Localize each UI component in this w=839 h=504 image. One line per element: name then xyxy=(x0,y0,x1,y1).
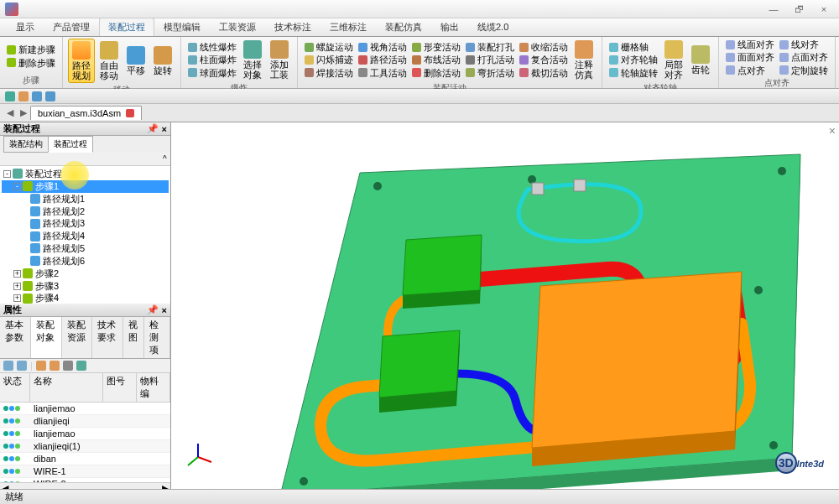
gridaxis-button[interactable]: 栅格轴 xyxy=(607,41,659,53)
doc-scroll-right-icon[interactable]: ▶ xyxy=(17,107,30,118)
ptab-view[interactable]: 视图 xyxy=(123,317,144,358)
delete-step-button[interactable]: 删除步骤 xyxy=(5,57,57,69)
props-tabs: 基本参数 装配对象 装配资源 技术要求 视图 检测项 xyxy=(0,317,170,359)
tree-step[interactable]: +步骤3 xyxy=(2,280,169,293)
flash-button[interactable]: 闪烁捕迹 xyxy=(303,54,355,65)
local-align-button[interactable]: 局部对齐 xyxy=(661,39,686,81)
props-grid[interactable]: 状态 名称 图号 物料编 lianjiemaodlianjieqilianjie… xyxy=(0,373,170,482)
faceface2-button[interactable]: 面面对齐 xyxy=(724,51,776,63)
panel-hscroll[interactable]: ◀▶ xyxy=(0,482,170,489)
bend-button[interactable]: 弯折活动 xyxy=(464,67,516,79)
shrink-button[interactable]: 收缩活动 xyxy=(518,41,570,53)
select-obj-button[interactable]: 选择对象 xyxy=(240,39,265,81)
brand-logo: 3DInte3d xyxy=(775,450,824,474)
tab-output[interactable]: 输出 xyxy=(431,18,468,36)
tree-step[interactable]: +步骤4 xyxy=(2,292,169,304)
table-row[interactable]: xlianjieqi(1) xyxy=(0,440,170,453)
qat-undo-icon[interactable] xyxy=(32,91,42,101)
table-row[interactable]: diban xyxy=(0,453,170,465)
pointpoint-button[interactable]: 点面对齐 xyxy=(778,51,830,63)
custom-rot-button[interactable]: 定制旋转 xyxy=(778,65,830,76)
ptab-objects[interactable]: 装配对象 xyxy=(31,317,62,358)
new-step-button[interactable]: 新建步骤 xyxy=(5,44,57,55)
wire-button[interactable]: 布线活动 xyxy=(410,54,462,65)
tab-tech-note[interactable]: 技术标注 xyxy=(265,18,320,36)
path-plan-button[interactable]: 路径规划 xyxy=(68,39,95,83)
composite-button[interactable]: 复合活动 xyxy=(518,54,570,65)
weld-button[interactable]: 焊接活动 xyxy=(303,67,355,79)
punch-button[interactable]: 打孔活动 xyxy=(464,54,516,65)
tree-path[interactable]: 路径规划3 xyxy=(2,217,169,230)
facealign-button[interactable]: 点对齐 xyxy=(724,65,776,76)
ptab-tech[interactable]: 技术要求 xyxy=(92,317,123,358)
props-tool6-icon[interactable] xyxy=(76,361,86,371)
faceface-button[interactable]: 线面对齐 xyxy=(724,39,776,50)
tree-path[interactable]: 路径规划1 xyxy=(2,193,169,205)
subtab-structure[interactable]: 装配结构 xyxy=(3,136,49,153)
axisrot-button[interactable]: 轮轴旋转 xyxy=(607,67,659,79)
cut-button[interactable]: 截切活动 xyxy=(518,67,570,79)
path-act-button[interactable]: 路径活动 xyxy=(357,54,409,65)
assembly-tree[interactable]: -装配过程 -步骤1 路径规划1路径规划2路径规划3路径规划4路径规划5路径规划… xyxy=(0,166,170,304)
props-tool5-icon[interactable] xyxy=(63,361,73,371)
gear-button[interactable]: 齿轮 xyxy=(688,44,713,76)
props-pin-icon[interactable]: 📌 xyxy=(147,304,159,315)
tree-root[interactable]: -装配过程 xyxy=(2,168,169,180)
close-button[interactable]: × xyxy=(814,4,834,14)
ptab-basic[interactable]: 基本参数 xyxy=(0,317,31,358)
tree-path[interactable]: 路径规划6 xyxy=(2,255,169,268)
ptab-resources[interactable]: 装配资源 xyxy=(62,317,93,358)
tab-assembly-process[interactable]: 装配过程 xyxy=(99,18,154,36)
tree-step[interactable]: +步骤2 xyxy=(2,268,169,280)
table-row[interactable]: lianjiemao xyxy=(0,428,170,440)
deform-button[interactable]: 形变活动 xyxy=(410,41,462,53)
props-tool4-icon[interactable] xyxy=(50,361,60,371)
parallel-button[interactable]: 平移 xyxy=(123,44,149,77)
doc-close-icon[interactable] xyxy=(126,109,134,117)
subtab-process[interactable]: 装配过程 xyxy=(48,136,93,153)
tab-3d-note[interactable]: 三维标注 xyxy=(320,18,376,36)
tab-model-edit[interactable]: 模型编辑 xyxy=(154,18,210,36)
restore-button[interactable]: 🗗 xyxy=(789,4,809,14)
doc-scroll-left-icon[interactable]: ◀ xyxy=(3,107,17,118)
doc-tab[interactable]: buxian_asm.i3dAsm xyxy=(30,106,142,120)
tree-path[interactable]: 路径规划5 xyxy=(2,242,169,255)
linear-explode-button[interactable]: 线性爆炸 xyxy=(186,41,238,53)
tool-act-button[interactable]: 工具活动 xyxy=(357,67,409,79)
ptab-check[interactable]: 检测项 xyxy=(144,317,170,358)
props-close-icon[interactable]: × xyxy=(162,305,167,315)
tree-path[interactable]: 路径规划4 xyxy=(2,230,169,242)
qat-redo-icon[interactable] xyxy=(45,91,55,101)
table-row[interactable]: dlianjieqi xyxy=(0,415,170,428)
table-row[interactable]: WIRE-1 xyxy=(0,465,170,478)
cyl-explode-button[interactable]: 柱面爆炸 xyxy=(186,54,238,65)
free-move-button[interactable]: 自由移动 xyxy=(96,39,122,82)
props-tool3-icon[interactable] xyxy=(36,361,46,371)
lineline-button[interactable]: 线对齐 xyxy=(778,39,830,50)
table-row[interactable]: lianjiemao xyxy=(0,403,170,415)
rotate-button[interactable]: 旋转 xyxy=(150,44,175,77)
view-act-button[interactable]: 视角活动 xyxy=(357,41,409,53)
props-tool2-icon[interactable] xyxy=(17,361,27,371)
add-tool-button[interactable]: 添加工装 xyxy=(267,39,292,81)
tree-path[interactable]: 路径规划2 xyxy=(2,205,169,218)
comment-sim-button[interactable]: 注释仿真 xyxy=(571,39,597,81)
tab-product[interactable]: 产品管理 xyxy=(44,18,99,36)
tab-cable2[interactable]: 线缆2.0 xyxy=(468,18,518,36)
qat-open-icon[interactable] xyxy=(18,91,29,101)
sph-explode-button[interactable]: 球面爆炸 xyxy=(186,67,238,79)
axisalign-button[interactable]: 对齐轮轴 xyxy=(607,54,659,65)
spiral-button[interactable]: 螺旋运动 xyxy=(303,41,355,53)
tree-step1[interactable]: -步骤1 xyxy=(2,180,169,193)
tab-assembly-sim[interactable]: 装配仿真 xyxy=(376,18,431,36)
assemble-hole-button[interactable]: 装配打孔 xyxy=(464,41,516,53)
minimize-button[interactable]: — xyxy=(763,4,784,14)
tab-fixture[interactable]: 工装资源 xyxy=(210,18,265,36)
3d-viewport[interactable]: × xyxy=(171,122,839,489)
tab-display[interactable]: 显示 xyxy=(7,18,44,36)
del-act-button[interactable]: 删除活动 xyxy=(410,67,462,79)
pin-icon[interactable]: 📌 xyxy=(147,123,159,134)
panel-close-icon[interactable]: × xyxy=(162,124,167,134)
props-tool1-icon[interactable] xyxy=(3,361,13,371)
qat-save-icon[interactable] xyxy=(5,91,15,101)
